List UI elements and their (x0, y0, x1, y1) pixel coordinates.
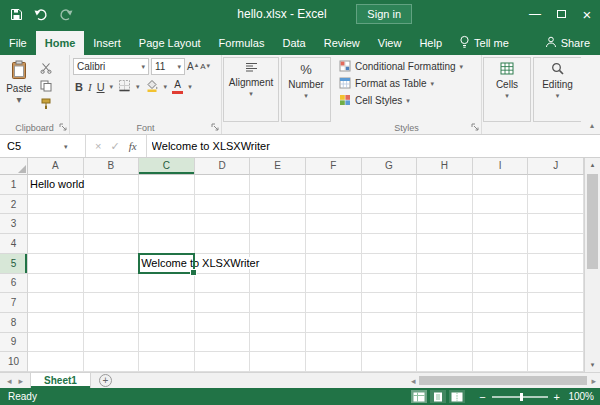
page-break-view-icon[interactable] (449, 390, 465, 403)
cell-E10[interactable] (250, 352, 306, 372)
vertical-scrollbar[interactable]: ▴ ▾ (584, 158, 600, 372)
cell-E4[interactable] (250, 234, 306, 254)
cell-C8[interactable] (139, 313, 195, 333)
scroll-down-icon[interactable]: ▾ (585, 361, 600, 369)
insert-function-icon[interactable]: fx (129, 140, 137, 152)
cell-E8[interactable] (250, 313, 306, 333)
cell-I5[interactable] (473, 254, 529, 274)
vertical-scroll-thumb[interactable] (587, 174, 598, 269)
bold-button[interactable]: B (75, 81, 83, 93)
cell-D2[interactable] (195, 195, 251, 215)
column-header-G[interactable]: G (362, 158, 418, 175)
cell-J9[interactable] (528, 333, 584, 353)
cell-F5[interactable] (306, 254, 362, 274)
fill-color-dropdown-icon[interactable]: ▾ (164, 83, 168, 90)
share-button[interactable]: Share (541, 31, 594, 55)
cell-B9[interactable] (84, 333, 140, 353)
cell-B8[interactable] (84, 313, 140, 333)
cell-E6[interactable] (250, 274, 306, 294)
tell-me-box[interactable]: Tell me (451, 31, 517, 55)
cell-I8[interactable] (473, 313, 529, 333)
cell-G8[interactable] (362, 313, 418, 333)
font-dialog-launcher-icon[interactable] (211, 122, 219, 133)
cell-B1[interactable] (84, 175, 140, 195)
cell-D6[interactable] (195, 274, 251, 294)
tab-review[interactable]: Review (315, 31, 369, 55)
cell-H6[interactable] (417, 274, 473, 294)
close-button[interactable]: × (574, 0, 600, 28)
copy-icon[interactable] (40, 80, 52, 94)
cell-C2[interactable] (139, 195, 195, 215)
tab-file[interactable]: File (0, 31, 36, 55)
font-color-dropdown-icon[interactable]: ▾ (188, 83, 192, 90)
tab-page-layout[interactable]: Page Layout (130, 31, 210, 55)
column-header-H[interactable]: H (417, 158, 473, 175)
shrink-font-button[interactable]: A▾ (200, 62, 210, 71)
tab-help[interactable]: Help (410, 31, 451, 55)
formula-field[interactable] (147, 135, 600, 157)
cell-H3[interactable] (417, 214, 473, 234)
page-layout-view-icon[interactable] (430, 390, 446, 403)
row-header-1[interactable]: 1 (0, 175, 28, 195)
row-header-9[interactable]: 9 (0, 333, 28, 353)
cell-A8[interactable] (28, 313, 84, 333)
cell-E3[interactable] (250, 214, 306, 234)
cell-I4[interactable] (473, 234, 529, 254)
cell-C1[interactable] (139, 175, 195, 195)
name-box-dropdown-icon[interactable]: ▾ (64, 143, 68, 150)
cell-H7[interactable] (417, 293, 473, 313)
editing-group-button[interactable]: Editing ▾ (533, 57, 581, 122)
column-header-I[interactable]: I (473, 158, 529, 175)
add-sheet-button[interactable]: + (99, 374, 112, 387)
column-header-B[interactable]: B (84, 158, 140, 175)
cell-G6[interactable] (362, 274, 418, 294)
number-group-button[interactable]: % Number ▾ (281, 57, 331, 122)
tab-view[interactable]: View (369, 31, 411, 55)
sign-in-button[interactable]: Sign in (356, 4, 412, 24)
cell-J2[interactable] (528, 195, 584, 215)
cell-G2[interactable] (362, 195, 418, 215)
cell-G9[interactable] (362, 333, 418, 353)
enter-check-icon[interactable]: ✓ (110, 140, 119, 153)
cancel-icon[interactable]: × (95, 140, 101, 152)
cell-H1[interactable] (417, 175, 473, 195)
alignment-group-button[interactable]: Alignment ▾ (223, 57, 279, 122)
row-header-4[interactable]: 4 (0, 234, 28, 254)
cell-G1[interactable] (362, 175, 418, 195)
sheet-tab-sheet1[interactable]: Sheet1 (30, 373, 91, 388)
cell-A5[interactable] (28, 254, 84, 274)
cell-A10[interactable] (28, 352, 84, 372)
horizontal-scroll-thumb[interactable] (419, 376, 587, 385)
cell-F6[interactable] (306, 274, 362, 294)
previous-sheet-icon[interactable]: ◂ (7, 376, 12, 386)
cell-D8[interactable] (195, 313, 251, 333)
cell-J6[interactable] (528, 274, 584, 294)
row-header-3[interactable]: 3 (0, 214, 28, 234)
cell-A9[interactable] (28, 333, 84, 353)
name-box-input[interactable] (0, 140, 64, 152)
scroll-right-icon[interactable]: ▸ (591, 376, 596, 386)
cell-C9[interactable] (139, 333, 195, 353)
borders-icon[interactable] (118, 79, 131, 94)
cell-J10[interactable] (528, 352, 584, 372)
cell-I6[interactable] (473, 274, 529, 294)
conditional-formatting-button[interactable]: Conditional Formatting ▾ (339, 58, 478, 75)
cell-A4[interactable] (28, 234, 84, 254)
cell-E1[interactable] (250, 175, 306, 195)
cell-D7[interactable] (195, 293, 251, 313)
minimize-button[interactable]: — (522, 0, 548, 28)
format-as-table-button[interactable]: Format as Table ▾ (339, 75, 478, 92)
paste-button[interactable]: Paste ▾ (3, 58, 35, 120)
column-header-F[interactable]: F (306, 158, 362, 175)
cell-F10[interactable] (306, 352, 362, 372)
zoom-in-button[interactable]: + (554, 391, 560, 403)
row-header-2[interactable]: 2 (0, 195, 28, 215)
row-header-6[interactable]: 6 (0, 274, 28, 294)
normal-view-icon[interactable] (411, 390, 427, 403)
collapse-ribbon-icon[interactable]: ▴ (590, 121, 594, 130)
cell-J5[interactable] (528, 254, 584, 274)
cell-styles-button[interactable]: Cell Styles ▾ (339, 92, 478, 109)
scroll-left-icon[interactable]: ◂ (411, 376, 416, 386)
cell-J3[interactable] (528, 214, 584, 234)
tab-formulas[interactable]: Formulas (210, 31, 274, 55)
